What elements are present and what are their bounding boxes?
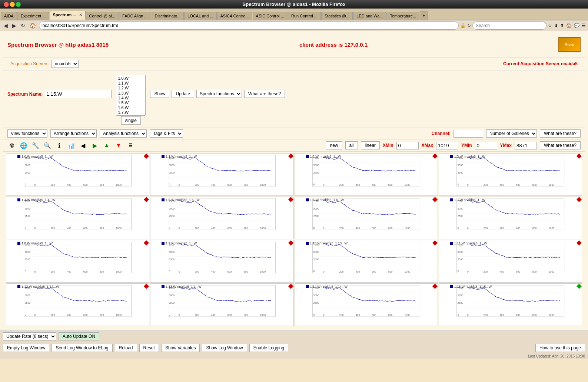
tab-aida[interactable]: AIDA	[1, 12, 17, 20]
chart-cell-6[interactable]: 1.6.W nnaida5_1.6...W7500500025000020040…	[295, 197, 438, 239]
show-log-button[interactable]: Show Log Window	[202, 344, 247, 352]
tab-control[interactable]: Control @ ai...	[86, 12, 119, 20]
what-are-these-galleries[interactable]: What are these?	[540, 129, 581, 138]
chart-cell-14[interactable]: 1.14.W nnaida5_1.14...W75005000250000200…	[295, 283, 438, 326]
xmax-input[interactable]	[436, 142, 458, 149]
tab-asic-control[interactable]: ASIC Control ...	[253, 12, 288, 20]
svg-text:5000: 5000	[457, 294, 463, 297]
left-arrow-icon[interactable]: ◀	[79, 141, 87, 150]
svg-text:2500: 2500	[457, 171, 463, 174]
svg-text:800: 800	[244, 270, 248, 273]
tags-fits-select[interactable]: Tags & Fits	[150, 129, 183, 138]
refresh-button[interactable]: ↻	[19, 22, 27, 29]
how-to-use-button[interactable]: How to use this page	[535, 344, 585, 352]
controls-row2: ☢ 🌐 🔧 🔍 ℹ 📊 ◀ ▶ ▲ ▼ 🖥 new all linear XMi…	[3, 139, 585, 152]
chart-cell-9[interactable]: 1.9.W nnaida5_1...W750050002500002004006…	[150, 240, 293, 283]
chart-icon[interactable]: 📊	[67, 141, 76, 150]
forward-button[interactable]: ▶	[11, 22, 18, 29]
spectrum-name-input[interactable]	[45, 90, 112, 98]
show-variables-button[interactable]: Show Variables	[161, 344, 200, 352]
channel-input[interactable]	[454, 130, 483, 138]
radiation-icon[interactable]: ☢	[7, 141, 16, 150]
view-functions-select[interactable]: View functions	[7, 129, 47, 138]
chart-cell-13[interactable]: 1.13.W nnaida5_1.1...W750050002500002004…	[150, 283, 293, 326]
chart-cell-12[interactable]: 1.12.W nnaida5_1.12...W75005000250000200…	[6, 283, 149, 326]
minimize-window-btn[interactable]	[10, 2, 15, 7]
svg-text:5000: 5000	[25, 251, 31, 253]
tab-experiment[interactable]: Experiment ...	[17, 12, 49, 20]
send-log-button[interactable]: Send Log Window to ELog	[52, 344, 112, 352]
globe-icon[interactable]: 🌐	[19, 141, 28, 150]
maximize-window-btn[interactable]	[16, 2, 21, 7]
spectra-functions-select[interactable]: Spectra functions	[196, 90, 242, 98]
chart-cell-15[interactable]: 1.15.W nnaida5_1.15...W75005000250000200…	[439, 283, 582, 326]
tab-local[interactable]: LOCAL and ...	[184, 12, 216, 20]
single-button[interactable]: single	[121, 116, 141, 125]
home-button[interactable]: 🏠	[28, 22, 37, 29]
what-are-these-coords[interactable]: What are these?	[540, 141, 581, 149]
chart-cell-7[interactable]: 1.7.W nnaida5_1...W750050002500002004006…	[439, 197, 582, 239]
empty-log-button[interactable]: Empty Log Window	[3, 344, 49, 352]
back-button[interactable]: ◀	[2, 22, 9, 29]
reset-button[interactable]: Reset	[139, 344, 159, 352]
search-input[interactable]	[472, 22, 547, 30]
menu-icon[interactable]: ☰	[582, 23, 586, 28]
arrange-functions-select[interactable]: Arrange functions	[50, 129, 97, 138]
analysis-functions-select[interactable]: Analysis functions	[100, 129, 147, 138]
new-tab-button[interactable]: +	[420, 11, 428, 20]
chart-cell-5[interactable]: 1.5.W nnaida5_1.5...W7500500025000020040…	[150, 197, 293, 239]
info-icon[interactable]: ℹ	[55, 141, 64, 150]
down-arrow-icon[interactable]: ▼	[114, 141, 123, 150]
what-are-these-spectra[interactable]: What are these?	[244, 90, 285, 98]
show-button[interactable]: Show	[150, 90, 169, 98]
xmin-input[interactable]	[396, 142, 419, 149]
auto-update-button[interactable]: Auto Update ON	[59, 332, 99, 340]
tab-spectrum[interactable]: Spectrum ... ✕	[50, 11, 86, 20]
acq-server-select[interactable]: nnaida5	[52, 60, 79, 68]
tab-run-control[interactable]: Run Control ...	[288, 12, 321, 20]
tab-led[interactable]: LED and Wa...	[353, 12, 386, 20]
up-arrow-icon[interactable]: ▲	[102, 141, 111, 150]
main-content: Spectrum Browser @ http aidas1 8015 clie…	[0, 31, 588, 330]
ymax-input[interactable]	[515, 142, 537, 149]
refresh-small-icon[interactable]: ↻	[467, 23, 471, 28]
bookmark-icon[interactable]: ☆	[548, 23, 552, 28]
search-tool-icon[interactable]: 🔍	[43, 141, 52, 150]
tab-temperature[interactable]: Temperature...	[386, 12, 419, 20]
spectrum-list[interactable]: 1.0.W 1.1.W 1.2.W 1.3.W 1.4.W 1.5.W 1.6.…	[116, 75, 146, 116]
chat-icon[interactable]: 💬	[574, 23, 579, 28]
tab-close-icon[interactable]: ✕	[79, 13, 82, 17]
update-button[interactable]: Update	[172, 90, 194, 98]
svg-text:1000: 1000	[260, 314, 266, 316]
linear-button[interactable]: linear	[361, 141, 380, 149]
tool-icon[interactable]: 🔧	[31, 141, 40, 150]
url-input[interactable]	[39, 22, 459, 30]
chart-cell-3[interactable]: 1.3.W nnaida5_1...W750050002500002004006…	[439, 153, 582, 196]
tab-discriminator[interactable]: Discriminato...	[152, 12, 184, 20]
chart-cell-4[interactable]: 1.4.W nnaida5_1.4...W7500500025000020040…	[6, 197, 149, 239]
controls-row1: View functions Arrange functions Analysi…	[3, 128, 585, 139]
chart-cell-8[interactable]: 1.8.W nnaida5_1...W750050002500002004006…	[6, 240, 149, 283]
all-button[interactable]: all	[345, 141, 358, 149]
svg-text:200: 200	[339, 184, 343, 186]
chart-cell-2[interactable]: 1.2.W nnaida5_1...W750050002500002004006…	[295, 153, 438, 196]
tab-asic4[interactable]: ASIC4 Contro...	[217, 12, 252, 20]
right-arrow-icon[interactable]: ▶	[90, 141, 99, 150]
ymin-input[interactable]	[475, 142, 497, 149]
new-button[interactable]: new	[326, 141, 342, 149]
enable-logging-button[interactable]: Enable Logging	[249, 344, 288, 352]
tab-statistics[interactable]: Statistics @...	[321, 12, 353, 20]
chart-cell-11[interactable]: 1.11.W nnaida5_1...W75005000250000200400…	[439, 240, 582, 283]
close-window-btn[interactable]	[4, 2, 9, 7]
number-galleries-select[interactable]: Number of Galleries	[486, 129, 537, 138]
home-nav-icon[interactable]: 🏠	[566, 23, 572, 28]
tab-fadc[interactable]: FADC Align ...	[119, 12, 151, 20]
chart-cell-10[interactable]: 1.10.W nnaida5_1.10...W75005000250000200…	[295, 240, 438, 283]
display-icon[interactable]: 🖥	[126, 141, 135, 150]
reload-button[interactable]: Reload	[115, 344, 137, 352]
download-icon[interactable]: ⬇	[554, 23, 558, 28]
update-rate-select[interactable]: Update Rate (8 secs)	[3, 332, 56, 340]
sync-icon[interactable]: ⬆	[560, 23, 564, 28]
chart-cell-0[interactable]: 1.0.W nnaida5_1...W750050002500002004006…	[6, 153, 149, 196]
chart-cell-1[interactable]: 1.1.W nnaida5_1...W750050002500002004006…	[150, 153, 293, 196]
